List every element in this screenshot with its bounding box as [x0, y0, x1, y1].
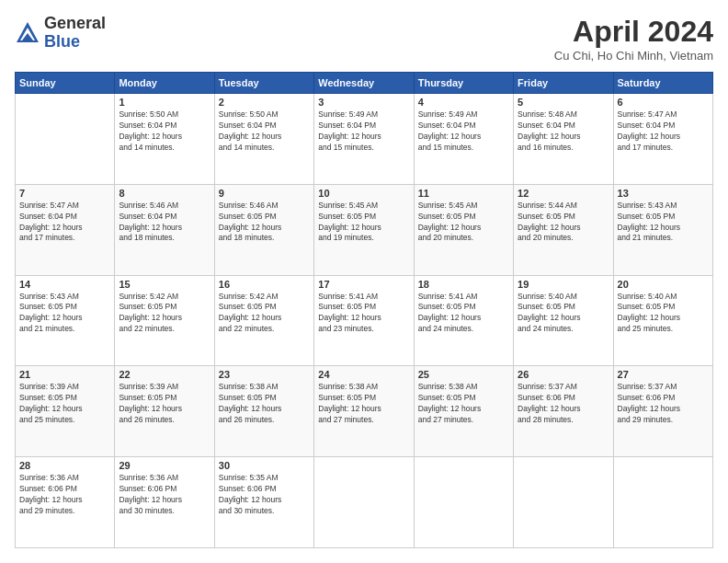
calendar-week-2: 7Sunrise: 5:47 AMSunset: 6:04 PMDaylight…	[16, 184, 713, 275]
page: General Blue April 2024 Cu Chi, Ho Chi M…	[0, 0, 728, 563]
day-info: Sunrise: 5:40 AMSunset: 6:05 PMDaylight:…	[618, 292, 709, 336]
table-row: 6Sunrise: 5:47 AMSunset: 6:04 PMDaylight…	[613, 94, 712, 185]
day-number: 9	[219, 188, 310, 199]
month-title: April 2024	[554, 15, 713, 49]
table-row: 30Sunrise: 5:35 AMSunset: 6:06 PMDayligh…	[214, 457, 313, 548]
table-row: 7Sunrise: 5:47 AMSunset: 6:04 PMDaylight…	[16, 184, 115, 275]
day-number: 15	[119, 279, 210, 290]
table-row: 13Sunrise: 5:43 AMSunset: 6:05 PMDayligh…	[613, 184, 712, 275]
day-info: Sunrise: 5:48 AMSunset: 6:04 PMDaylight:…	[518, 109, 609, 154]
day-number: 30	[219, 460, 310, 471]
day-info: Sunrise: 5:50 AMSunset: 6:04 PMDaylight:…	[219, 109, 310, 154]
day-info: Sunrise: 5:35 AMSunset: 6:06 PMDaylight:…	[219, 473, 310, 517]
table-row: 28Sunrise: 5:36 AMSunset: 6:06 PMDayligh…	[16, 457, 115, 548]
day-number: 1	[119, 97, 210, 108]
table-row: 16Sunrise: 5:42 AMSunset: 6:05 PMDayligh…	[214, 275, 313, 366]
day-number: 22	[119, 369, 210, 380]
col-monday: Monday	[115, 73, 214, 94]
day-number: 4	[418, 97, 509, 108]
logo-text: General Blue	[44, 15, 106, 52]
table-row: 25Sunrise: 5:38 AMSunset: 6:05 PMDayligh…	[414, 366, 513, 457]
table-row: 1Sunrise: 5:50 AMSunset: 6:04 PMDaylight…	[115, 94, 214, 185]
logo-blue-text: Blue	[44, 33, 106, 52]
header: General Blue April 2024 Cu Chi, Ho Chi M…	[15, 15, 713, 63]
day-number: 20	[618, 279, 709, 290]
day-number: 5	[518, 97, 609, 108]
day-info: Sunrise: 5:38 AMSunset: 6:05 PMDaylight:…	[418, 382, 509, 426]
day-info: Sunrise: 5:41 AMSunset: 6:05 PMDaylight:…	[418, 292, 509, 336]
day-number: 17	[318, 279, 409, 290]
day-number: 28	[19, 460, 110, 471]
day-info: Sunrise: 5:46 AMSunset: 6:04 PMDaylight:…	[119, 201, 210, 245]
table-row: 17Sunrise: 5:41 AMSunset: 6:05 PMDayligh…	[314, 275, 414, 366]
calendar-week-3: 14Sunrise: 5:43 AMSunset: 6:05 PMDayligh…	[16, 275, 713, 366]
day-number: 18	[418, 279, 509, 290]
day-number: 26	[518, 369, 609, 380]
day-number: 13	[618, 188, 709, 199]
day-info: Sunrise: 5:46 AMSunset: 6:05 PMDaylight:…	[219, 201, 310, 245]
table-row: 8Sunrise: 5:46 AMSunset: 6:04 PMDaylight…	[115, 184, 214, 275]
col-sunday: Sunday	[16, 73, 115, 94]
table-row: 24Sunrise: 5:38 AMSunset: 6:05 PMDayligh…	[314, 366, 414, 457]
calendar-table: Sunday Monday Tuesday Wednesday Thursday…	[15, 72, 713, 548]
calendar-week-5: 28Sunrise: 5:36 AMSunset: 6:06 PMDayligh…	[16, 457, 713, 548]
table-row: 3Sunrise: 5:49 AMSunset: 6:04 PMDaylight…	[314, 94, 414, 185]
day-info: Sunrise: 5:36 AMSunset: 6:06 PMDaylight:…	[119, 473, 210, 517]
day-number: 7	[19, 188, 110, 199]
day-info: Sunrise: 5:41 AMSunset: 6:05 PMDaylight:…	[318, 292, 409, 336]
day-info: Sunrise: 5:42 AMSunset: 6:05 PMDaylight:…	[219, 292, 310, 336]
day-info: Sunrise: 5:39 AMSunset: 6:05 PMDaylight:…	[119, 382, 210, 426]
day-info: Sunrise: 5:43 AMSunset: 6:05 PMDaylight:…	[618, 201, 709, 245]
logo: General Blue	[15, 15, 106, 52]
col-tuesday: Tuesday	[214, 73, 313, 94]
table-row: 10Sunrise: 5:45 AMSunset: 6:05 PMDayligh…	[314, 184, 414, 275]
day-info: Sunrise: 5:37 AMSunset: 6:06 PMDaylight:…	[518, 382, 609, 426]
day-number: 24	[318, 369, 409, 380]
day-info: Sunrise: 5:42 AMSunset: 6:05 PMDaylight:…	[119, 292, 210, 336]
day-info: Sunrise: 5:49 AMSunset: 6:04 PMDaylight:…	[318, 109, 409, 154]
day-info: Sunrise: 5:50 AMSunset: 6:04 PMDaylight:…	[119, 109, 210, 154]
col-wednesday: Wednesday	[314, 73, 414, 94]
table-row	[613, 457, 712, 548]
calendar-week-4: 21Sunrise: 5:39 AMSunset: 6:05 PMDayligh…	[16, 366, 713, 457]
col-friday: Friday	[514, 73, 613, 94]
day-info: Sunrise: 5:40 AMSunset: 6:05 PMDaylight:…	[518, 292, 609, 336]
day-info: Sunrise: 5:38 AMSunset: 6:05 PMDaylight:…	[318, 382, 409, 426]
day-number: 16	[219, 279, 310, 290]
table-row: 26Sunrise: 5:37 AMSunset: 6:06 PMDayligh…	[514, 366, 613, 457]
table-row: 15Sunrise: 5:42 AMSunset: 6:05 PMDayligh…	[115, 275, 214, 366]
day-number: 12	[518, 188, 609, 199]
table-row: 5Sunrise: 5:48 AMSunset: 6:04 PMDaylight…	[514, 94, 613, 185]
logo-icon	[15, 20, 40, 46]
day-info: Sunrise: 5:39 AMSunset: 6:05 PMDaylight:…	[19, 382, 110, 426]
col-saturday: Saturday	[613, 73, 712, 94]
day-info: Sunrise: 5:47 AMSunset: 6:04 PMDaylight:…	[618, 109, 709, 154]
col-thursday: Thursday	[414, 73, 513, 94]
day-number: 25	[418, 369, 509, 380]
title-block: April 2024 Cu Chi, Ho Chi Minh, Vietnam	[554, 15, 713, 63]
day-number: 8	[119, 188, 210, 199]
day-info: Sunrise: 5:36 AMSunset: 6:06 PMDaylight:…	[19, 473, 110, 517]
day-number: 19	[518, 279, 609, 290]
day-number: 27	[618, 369, 709, 380]
table-row: 18Sunrise: 5:41 AMSunset: 6:05 PMDayligh…	[414, 275, 513, 366]
table-row: 19Sunrise: 5:40 AMSunset: 6:05 PMDayligh…	[514, 275, 613, 366]
table-row: 20Sunrise: 5:40 AMSunset: 6:05 PMDayligh…	[613, 275, 712, 366]
day-number: 14	[19, 279, 110, 290]
day-info: Sunrise: 5:43 AMSunset: 6:05 PMDaylight:…	[19, 292, 110, 336]
table-row: 29Sunrise: 5:36 AMSunset: 6:06 PMDayligh…	[115, 457, 214, 548]
day-number: 29	[119, 460, 210, 471]
table-row: 9Sunrise: 5:46 AMSunset: 6:05 PMDaylight…	[214, 184, 313, 275]
table-row	[314, 457, 414, 548]
day-number: 2	[219, 97, 310, 108]
day-number: 6	[618, 97, 709, 108]
table-row: 14Sunrise: 5:43 AMSunset: 6:05 PMDayligh…	[16, 275, 115, 366]
table-row	[414, 457, 513, 548]
table-row: 23Sunrise: 5:38 AMSunset: 6:05 PMDayligh…	[214, 366, 313, 457]
day-number: 11	[418, 188, 509, 199]
table-row: 22Sunrise: 5:39 AMSunset: 6:05 PMDayligh…	[115, 366, 214, 457]
day-number: 23	[219, 369, 310, 380]
day-number: 3	[318, 97, 409, 108]
day-info: Sunrise: 5:44 AMSunset: 6:05 PMDaylight:…	[518, 201, 609, 245]
table-row: 4Sunrise: 5:49 AMSunset: 6:04 PMDaylight…	[414, 94, 513, 185]
